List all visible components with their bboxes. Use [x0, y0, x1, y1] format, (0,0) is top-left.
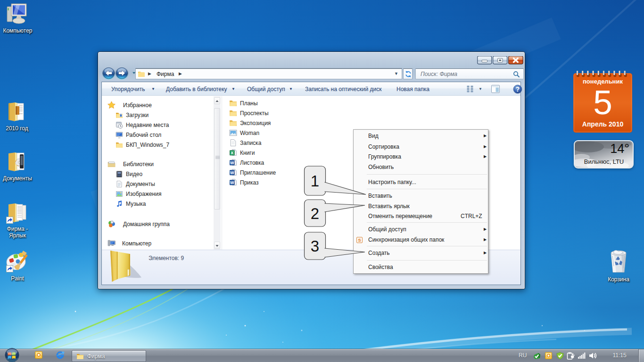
svg-text:S: S — [358, 238, 361, 243]
svg-text:X: X — [231, 151, 233, 155]
svg-text:W: W — [230, 170, 234, 175]
svg-text:W: W — [230, 160, 234, 165]
svg-text:W: W — [230, 180, 234, 185]
svg-text:?: ? — [516, 85, 520, 93]
